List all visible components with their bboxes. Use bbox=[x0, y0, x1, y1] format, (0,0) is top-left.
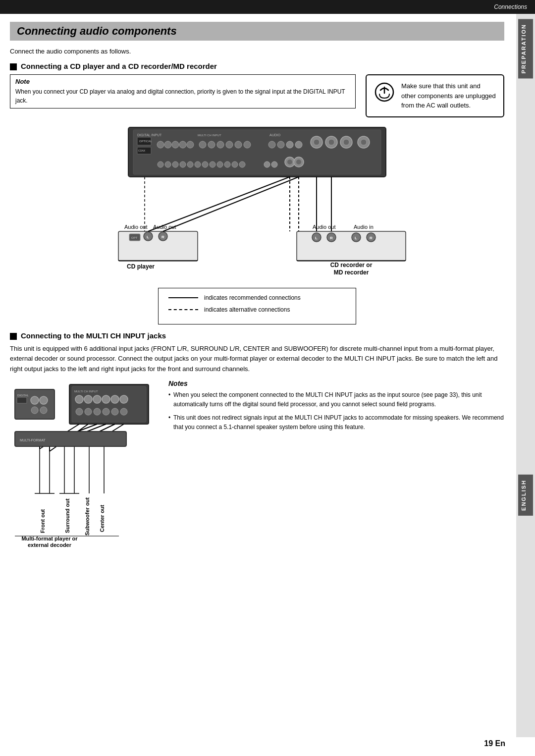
svg-point-102 bbox=[31, 396, 39, 404]
svg-point-25 bbox=[295, 141, 302, 148]
page-title: Connecting audio components bbox=[17, 25, 177, 37]
svg-text:Audio out: Audio out bbox=[124, 224, 147, 230]
svg-text:L: L bbox=[355, 236, 357, 240]
svg-point-31 bbox=[343, 139, 349, 145]
svg-point-17 bbox=[217, 141, 224, 148]
svg-point-27 bbox=[314, 139, 320, 145]
svg-point-96 bbox=[103, 408, 109, 415]
svg-point-42 bbox=[217, 162, 223, 167]
warning-icon bbox=[374, 81, 395, 103]
svg-point-24 bbox=[286, 141, 293, 148]
svg-point-10 bbox=[164, 141, 171, 148]
sidebar-preparation: PREPARATION bbox=[518, 19, 533, 78]
svg-point-97 bbox=[111, 408, 118, 415]
top-bar-text: Connections bbox=[494, 3, 527, 10]
page-number: 19 En bbox=[484, 739, 505, 748]
svg-text:AUDIO: AUDIO bbox=[269, 133, 281, 137]
section2-square bbox=[10, 333, 17, 340]
svg-point-36 bbox=[172, 162, 178, 167]
section2-body: This unit is equipped with 6 additional … bbox=[10, 344, 504, 375]
svg-text:DIGITAL: DIGITAL bbox=[17, 394, 29, 397]
svg-text:OPT: OPT bbox=[131, 236, 138, 239]
note-text: When you connect your CD player via anal… bbox=[15, 87, 350, 105]
section2-title: Connecting to the MULTI CH INPUT jacks bbox=[21, 331, 166, 340]
legend-box: indicates recommended connections indica… bbox=[158, 288, 356, 324]
svg-line-79 bbox=[163, 177, 299, 231]
svg-point-91 bbox=[111, 395, 119, 403]
cd-section-layout: Note When you connect your CD player via… bbox=[10, 74, 504, 117]
svg-point-92 bbox=[120, 395, 128, 403]
svg-point-90 bbox=[102, 395, 110, 403]
svg-point-46 bbox=[264, 162, 270, 167]
main-content: Connecting audio components Connect the … bbox=[0, 14, 514, 559]
svg-point-95 bbox=[94, 408, 101, 415]
svg-point-103 bbox=[40, 396, 48, 404]
svg-text:L: L bbox=[315, 236, 318, 240]
svg-point-43 bbox=[224, 162, 230, 167]
svg-point-9 bbox=[157, 141, 164, 148]
svg-point-89 bbox=[93, 395, 101, 403]
svg-point-44 bbox=[232, 162, 238, 167]
svg-text:MD recorder: MD recorder bbox=[334, 269, 369, 276]
svg-point-38 bbox=[187, 162, 193, 167]
warning-box: Make sure that this unit and other compo… bbox=[366, 74, 504, 117]
svg-point-98 bbox=[120, 408, 127, 415]
svg-point-87 bbox=[75, 395, 83, 403]
svg-point-29 bbox=[328, 139, 334, 145]
svg-point-88 bbox=[84, 395, 92, 403]
multi-diagram-svg: MULTI CH INPUT DIGITAL bbox=[10, 379, 159, 548]
cd-diagram-svg: DIGITAL INPUT OPTICAL COAX MULTI CH INPU… bbox=[89, 122, 426, 281]
svg-point-34 bbox=[158, 162, 163, 167]
note-box: Note When you connect your CD player via… bbox=[10, 74, 356, 108]
multi-right: Notes When you select the component conn… bbox=[168, 379, 504, 549]
legend-solid-item: indicates recommended connections bbox=[168, 294, 346, 301]
legend-dashed-label: indicates alternative connections bbox=[204, 306, 290, 313]
multi-section-layout: MULTI CH INPUT DIGITAL bbox=[10, 379, 504, 549]
sidebar-english: English bbox=[518, 475, 533, 516]
svg-rect-101 bbox=[17, 397, 27, 403]
svg-point-13 bbox=[187, 141, 194, 148]
svg-point-104 bbox=[31, 407, 38, 414]
svg-text:CD player: CD player bbox=[127, 263, 155, 270]
svg-point-41 bbox=[210, 162, 215, 167]
svg-point-39 bbox=[195, 162, 201, 167]
svg-point-51 bbox=[296, 160, 301, 164]
svg-text:R: R bbox=[161, 235, 164, 239]
svg-point-105 bbox=[40, 407, 47, 414]
svg-text:Subwoofer out: Subwoofer out bbox=[84, 497, 90, 536]
svg-rect-62 bbox=[118, 260, 198, 261]
top-bar: Connections bbox=[0, 0, 535, 14]
legend-dashed-item: indicates alternative connections bbox=[168, 306, 346, 313]
section1-square bbox=[10, 63, 17, 70]
note-title: Note bbox=[15, 78, 350, 85]
svg-text:R: R bbox=[330, 236, 333, 240]
svg-text:Multi-format player or: Multi-format player or bbox=[21, 536, 78, 541]
note-item: This unit does not redirect signals inpu… bbox=[168, 413, 504, 432]
intro-text: Connect the audio components as follows. bbox=[10, 48, 504, 55]
svg-text:COAX: COAX bbox=[138, 149, 146, 152]
svg-point-11 bbox=[172, 141, 179, 148]
svg-point-16 bbox=[208, 141, 215, 148]
svg-text:R: R bbox=[370, 236, 373, 240]
svg-point-22 bbox=[268, 141, 275, 148]
notes-title: Notes bbox=[168, 379, 504, 387]
page-title-bar: Connecting audio components bbox=[10, 22, 504, 41]
section2-heading: Connecting to the MULTI CH INPUT jacks bbox=[10, 331, 504, 340]
svg-point-47 bbox=[271, 162, 277, 167]
svg-point-23 bbox=[277, 141, 284, 148]
svg-point-18 bbox=[226, 141, 233, 148]
svg-point-37 bbox=[180, 162, 186, 167]
section1-heading: Connecting a CD player and a CD recorder… bbox=[10, 62, 504, 70]
right-sidebar: PREPARATION English bbox=[516, 14, 535, 737]
svg-point-94 bbox=[85, 408, 92, 415]
legend-solid-line bbox=[168, 297, 198, 298]
svg-text:Front out: Front out bbox=[40, 509, 46, 533]
cd-left: Note When you connect your CD player via… bbox=[10, 74, 356, 117]
svg-point-15 bbox=[199, 141, 206, 148]
svg-text:OPTICAL: OPTICAL bbox=[139, 140, 152, 143]
note-item: When you select the component connected … bbox=[168, 390, 504, 409]
svg-point-40 bbox=[202, 162, 208, 167]
svg-text:Audio out: Audio out bbox=[313, 224, 335, 230]
svg-text:DIGITAL INPUT: DIGITAL INPUT bbox=[137, 133, 162, 137]
svg-text:external decoder: external decoder bbox=[28, 542, 72, 548]
